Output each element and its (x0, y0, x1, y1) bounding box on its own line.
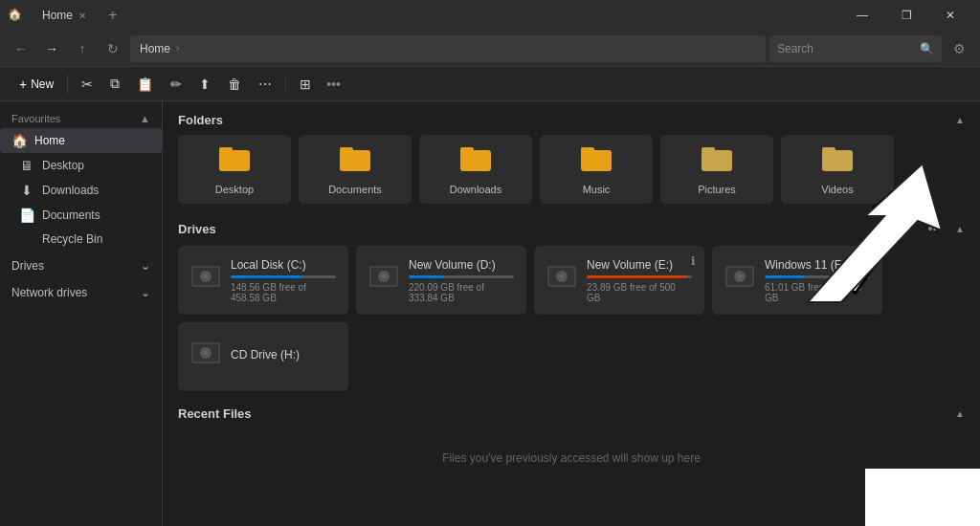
folders-title: Folders (178, 113, 223, 127)
drives-chevron-icon: ⌄ (141, 259, 150, 273)
drive-name: New Volume (D:) (409, 258, 514, 272)
desktop-label: Desktop (42, 159, 84, 172)
drive-progress-fill (409, 275, 444, 278)
favourites-section: Favourites ▲ 🏠 Home 🖥 Desktop ⬇ Download… (0, 109, 162, 251)
sidebar-item-documents[interactable]: 📄 Documents (0, 203, 162, 228)
paste-button[interactable]: 📋 (129, 73, 161, 96)
drives-collapse-icon[interactable]: ▲ (955, 224, 965, 234)
content-area: Folders ▲ DesktopDocumentsDownloadsMusic… (163, 101, 980, 526)
address-bar[interactable]: Home › (130, 35, 766, 62)
address-text: Home (140, 42, 170, 55)
tab-close-btn[interactable]: ✕ (78, 11, 86, 21)
close-button[interactable]: ✕ (928, 0, 972, 31)
new-button[interactable]: + New (11, 73, 61, 96)
network-drives-header[interactable]: Network drives ⌄ (0, 281, 162, 304)
drives-header[interactable]: Drives ⌄ (0, 254, 162, 277)
drive-info-icon: ℹ (691, 254, 696, 268)
app-icon: 🏠 (8, 8, 23, 23)
drive-info: Local Disk (C:)148.56 GB free of 458.58 … (231, 258, 336, 303)
tab-label: Home (42, 9, 73, 22)
documents-icon: 📄 (19, 208, 34, 223)
delete-button[interactable]: 🗑 (220, 73, 249, 96)
sidebar-item-home[interactable]: 🏠 Home (0, 128, 162, 153)
up-button[interactable]: ↑ (69, 35, 96, 62)
search-input[interactable] (777, 42, 914, 55)
recent-section: Files you've previously accessed will sh… (178, 428, 965, 488)
drive-info: Windows 11 (F:)61.01 GB free of 97.66 GB (765, 258, 870, 303)
recent-title: Recent Files (178, 406, 252, 421)
folder-card[interactable]: Desktop (178, 135, 291, 204)
settings-button[interactable]: ⚙ (946, 35, 972, 62)
share-button[interactable]: ⬆ (191, 73, 218, 96)
drive-name: CD Drive (H:) (231, 348, 336, 362)
rename-button[interactable]: ✏ (163, 73, 189, 96)
folder-card[interactable]: Pictures (660, 135, 773, 204)
new-tab-button[interactable]: + (100, 2, 126, 29)
search-bar[interactable]: 🔍 (769, 35, 942, 62)
drive-icon (546, 264, 577, 297)
rename-icon: ✏ (170, 77, 182, 92)
svg-point-37 (204, 351, 208, 355)
refresh-button[interactable]: ↻ (100, 35, 126, 62)
folders-collapse-icon[interactable]: ▲ (955, 115, 965, 125)
drive-progress-fill (231, 275, 302, 278)
drive-card[interactable]: New Volume (E:)23.89 GB free of 500 GBℹ (534, 246, 704, 315)
favourites-collapse-icon: ▲ (140, 113, 150, 124)
folder-card[interactable]: Downloads (419, 135, 532, 204)
svg-rect-14 (702, 151, 731, 170)
separator-2 (285, 75, 286, 94)
sidebar-item-recycle-bin[interactable]: Recycle Bin (0, 228, 162, 251)
recent-collapse-icon[interactable]: ▲ (955, 408, 965, 419)
folder-label: Downloads (450, 184, 501, 195)
drive-card[interactable]: Local Disk (C:)148.56 GB free of 458.58 … (178, 246, 348, 315)
folder-label: Music (583, 184, 611, 195)
drive-progress (587, 275, 692, 278)
drive-card[interactable]: Windows 11 (F:)61.01 GB free of 97.66 GB (712, 246, 882, 315)
folder-icon (460, 144, 491, 178)
back-button[interactable]: ← (8, 35, 34, 62)
sidebar-item-downloads[interactable]: ⬇ Downloads (0, 178, 162, 203)
svg-point-29 (560, 274, 564, 278)
more-dots[interactable]: ••• (321, 75, 346, 94)
drive-info: CD Drive (H:) (231, 348, 336, 365)
drive-name: New Volume (E:) (587, 258, 692, 272)
folder-card[interactable]: Videos (781, 135, 894, 204)
restore-button[interactable]: ❐ (884, 0, 928, 31)
downloads-label: Downloads (42, 184, 99, 197)
recent-section-header: Recent Files ▲ (178, 406, 965, 421)
copy-icon: ⧉ (110, 76, 120, 92)
more-icon: ⋯ (258, 77, 272, 92)
recent-empty-message: Files you've previously accessed will sh… (178, 428, 965, 488)
folder-card[interactable]: Music (540, 135, 653, 204)
drive-card[interactable]: CD Drive (H:) (178, 322, 348, 391)
minimize-button[interactable]: — (840, 0, 884, 31)
cut-button[interactable]: ✂ (74, 73, 100, 96)
drive-progress-fill (765, 275, 805, 278)
favourites-header[interactable]: Favourites ▲ (0, 109, 162, 128)
view-icon: ⊞ (300, 77, 311, 92)
recycle-bin-label: Recycle Bin (42, 232, 102, 246)
view-button[interactable]: ⊞ (292, 73, 319, 96)
downloads-icon: ⬇ (19, 183, 34, 198)
drives-title: Drives (178, 222, 216, 236)
drives-section: Drives ⌄ (0, 254, 162, 277)
action-bar: + New ✂ ⧉ 📋 ✏ ⬆ 🗑 ⋯ ⊞ ••• (0, 67, 980, 101)
forward-button[interactable]: → (38, 35, 65, 62)
folder-label: Desktop (215, 184, 254, 195)
drive-icon (724, 264, 755, 297)
home-label: Home (34, 134, 65, 147)
copy-button[interactable]: ⧉ (102, 72, 127, 96)
folder-label: Documents (328, 184, 382, 195)
folder-card[interactable]: Documents (299, 135, 412, 204)
folder-label: Videos (821, 184, 853, 195)
documents-label: Documents (42, 208, 100, 222)
drive-name: Windows 11 (F:) (765, 258, 870, 272)
sidebar-item-desktop[interactable]: 🖥 Desktop (0, 153, 162, 178)
more-button[interactable]: ⋯ (251, 73, 279, 96)
drive-card[interactable]: New Volume (D:)220.09 GB free of 333.84 … (356, 246, 526, 315)
drive-progress (231, 275, 336, 278)
drive-name: Local Disk (C:) (231, 258, 336, 272)
drives-more-dots[interactable]: ••• (922, 219, 947, 238)
drives-section-header: Drives ••• ▲ (178, 219, 965, 238)
home-tab[interactable]: Home ✕ (31, 5, 98, 26)
